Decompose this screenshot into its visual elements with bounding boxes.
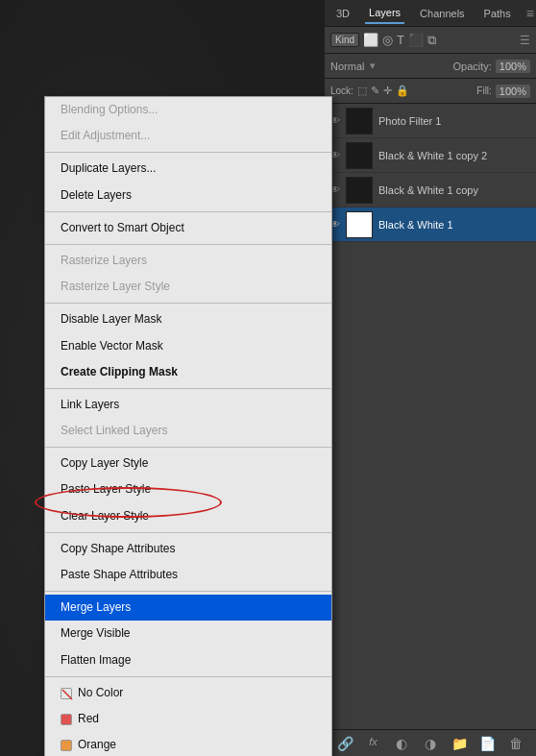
opacity-label: Opacity: (453, 61, 492, 72)
menu-rasterize-style[interactable]: Rasterize Layer Style (45, 274, 331, 300)
menu-edit-adjustment[interactable]: Edit Adjustment... (45, 123, 331, 149)
tab-3d[interactable]: 3D (332, 4, 353, 23)
tab-paths[interactable]: Paths (480, 4, 515, 23)
link-icon[interactable]: 🔗 (337, 736, 353, 751)
blend-mode-dropdown[interactable]: Normal (330, 61, 364, 72)
panel-menu-icon[interactable]: ≡ (526, 6, 534, 21)
menu-copy-layer-style[interactable]: Copy Layer Style (45, 451, 331, 476)
menu-link-layers[interactable]: Link Layers (45, 392, 331, 418)
separator-5 (45, 388, 331, 389)
lock-bar: Lock: ⬚ ✎ ✛ 🔒 Fill: 100% (325, 79, 536, 104)
layer-thumb-3 (346, 177, 373, 204)
filter-shape-icon[interactable]: ⬛ (408, 33, 424, 47)
kind-dropdown[interactable]: Kind (330, 33, 359, 47)
layer-row-4[interactable]: 👁 Black & White 1 (325, 207, 536, 242)
filter-adjust-icon[interactable]: ◎ (382, 33, 393, 47)
separator-8 (45, 591, 331, 592)
separator-2 (45, 211, 331, 212)
menu-duplicate-layers[interactable]: Duplicate Layers... (45, 156, 331, 182)
menu-copy-shape[interactable]: Copy Shape Attributes (45, 536, 331, 562)
menu-select-linked[interactable]: Select Linked Layers (45, 418, 331, 444)
adjustment-icon[interactable]: ◑ (423, 736, 438, 751)
menu-clear-layer-style[interactable]: Clear Layer Style (45, 503, 331, 529)
opacity-value[interactable]: 100% (496, 60, 530, 73)
layers-panel: 3D Layers Channels Paths ≡ Kind ⬜ ◎ T ⬛ … (325, 0, 536, 756)
layer-name-4: Black & White 1 (378, 219, 453, 231)
separator-9 (45, 676, 331, 677)
layer-name-1: Photo Filter 1 (378, 115, 441, 127)
no-color-dot (61, 688, 72, 699)
svg-line-0 (62, 690, 72, 699)
folder-icon[interactable]: 📁 (451, 736, 467, 751)
menu-flatten-image[interactable]: Flatten Image (45, 647, 331, 673)
fill-label: Fill: (476, 85, 492, 96)
blend-mode-arrow: ▾ (370, 60, 376, 72)
menu-merge-layers[interactable]: Merge Layers (45, 595, 331, 621)
mask-icon[interactable]: ◐ (394, 736, 409, 751)
menu-delete-layers[interactable]: Delete Layers (45, 183, 331, 208)
menu-blending-options[interactable]: Blending Options... (45, 97, 331, 123)
menu-no-color[interactable]: No Color (45, 680, 331, 706)
layer-row-1[interactable]: 👁 Photo Filter 1 (325, 104, 536, 138)
orange-dot (61, 740, 72, 751)
separator-6 (45, 447, 331, 448)
lock-pos-icon[interactable]: ✎ (371, 85, 379, 97)
filter-pixel-icon[interactable]: ⬜ (363, 33, 378, 47)
separator-1 (45, 152, 331, 153)
kind-toolbar: Kind ⬜ ◎ T ⬛ ⧉ ☰ (325, 27, 536, 54)
lock-label: Lock: (330, 85, 353, 96)
lock-all-icon[interactable]: 🔒 (396, 85, 409, 97)
layer-name-3: Black & White 1 copy (378, 184, 478, 196)
menu-create-clipping-mask[interactable]: Create Clipping Mask (45, 359, 331, 385)
menu-orange[interactable]: Orange (45, 732, 331, 756)
menu-disable-layer-mask[interactable]: Disable Layer Mask (45, 306, 331, 332)
layer-row-2[interactable]: 👁 Black & White 1 copy 2 (325, 138, 536, 173)
opacity-fill-bar: Normal ▾ Opacity: 100% (325, 54, 536, 79)
tab-layers[interactable]: Layers (365, 3, 404, 24)
menu-paste-shape[interactable]: Paste Shape Attributes (45, 562, 331, 588)
menu-enable-vector-mask[interactable]: Enable Vector Mask (45, 333, 331, 359)
filter-smart-icon[interactable]: ⧉ (427, 33, 436, 48)
menu-paste-layer-style[interactable]: Paste Layer Style (45, 476, 331, 502)
panel-tabs: 3D Layers Channels Paths ≡ (325, 0, 536, 27)
separator-4 (45, 303, 331, 304)
layer-row-3[interactable]: 👁 Black & White 1 copy (325, 173, 536, 207)
layer-thumb-2 (346, 142, 373, 169)
new-layer-icon[interactable]: 📄 (479, 736, 495, 751)
filter-type-icon[interactable]: T (397, 33, 404, 47)
separator-7 (45, 532, 331, 533)
menu-rasterize-layers[interactable]: Rasterize Layers (45, 248, 331, 274)
layer-name-2: Black & White 1 copy 2 (378, 150, 487, 161)
layer-thumb-1 (346, 108, 373, 134)
lock-pixel-icon[interactable]: ⬚ (357, 85, 367, 97)
lock-move-icon[interactable]: ✛ (383, 85, 392, 97)
red-dot (61, 714, 72, 725)
fx-icon[interactable]: fx (366, 736, 381, 751)
layer-thumb-4 (346, 211, 373, 238)
delete-icon[interactable]: 🗑 (508, 736, 524, 751)
tab-channels[interactable]: Channels (416, 4, 468, 23)
context-menu: Blending Options... Edit Adjustment... D… (44, 96, 332, 756)
separator-3 (45, 244, 331, 245)
fill-value[interactable]: 100% (496, 85, 530, 98)
layers-bottom-bar: 🔗 fx ◐ ◑ 📁 📄 🗑 (325, 729, 536, 756)
panel-extra-icon[interactable]: ☰ (520, 34, 530, 47)
menu-merge-visible[interactable]: Merge Visible (45, 621, 331, 646)
menu-convert-smart[interactable]: Convert to Smart Object (45, 215, 331, 241)
menu-red[interactable]: Red (45, 706, 331, 732)
